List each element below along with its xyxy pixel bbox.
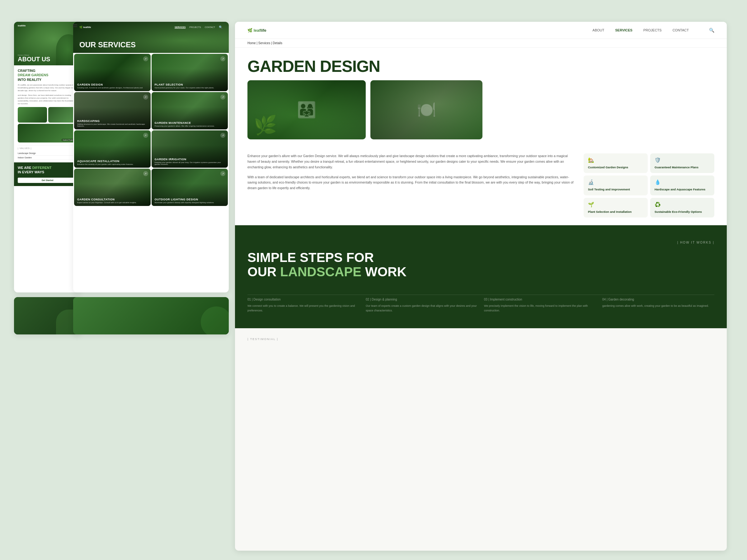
values-item-2: Indoor Garden 02 bbox=[18, 156, 77, 160]
hamburger-menu[interactable] bbox=[73, 24, 77, 27]
feature-icon-4: 💧 bbox=[654, 179, 710, 185]
garden-secondary-image: 🍽️ bbox=[370, 80, 483, 139]
crafting-title: CRAFTING DREAM GARDENS INTO REALITY bbox=[18, 69, 77, 82]
service-title-8: OUTDOOR LIGHTING DESIGN bbox=[155, 198, 225, 201]
service-card-consultation[interactable]: ↗ GARDEN CONSULTATION Expert advice at y… bbox=[74, 169, 151, 206]
feature-title-6: Sustainable Eco-Friendly Options bbox=[654, 210, 710, 214]
feature-icon-2: 🛡️ bbox=[654, 157, 710, 163]
garden-design-title: GARDEN DESIGN bbox=[248, 57, 714, 76]
step-desc-4: gardening comes alive with work, creatin… bbox=[602, 304, 714, 308]
different-section: WE ARE DIFFERENTIN EVERY WAYS Get Starte… bbox=[14, 162, 81, 186]
service-desc-3: Adding structure to your landscape. We c… bbox=[77, 123, 148, 127]
hiw-steps: 01 | Design consultation We connect with… bbox=[248, 292, 714, 313]
step-num-1: 01 | Design consultation bbox=[248, 298, 360, 301]
step-desc-1: We connect with you to create a balance.… bbox=[248, 304, 360, 313]
hiw-label: | HOW IT WORKS | bbox=[677, 241, 714, 244]
garden-body-2: With a team of dedicated landscape archi… bbox=[248, 175, 574, 191]
hiw-step-2: 02 | Design & planning Our team of exper… bbox=[366, 292, 478, 313]
arrow-icon-6: ↗ bbox=[221, 133, 225, 138]
garden-features-column: 🏡 Customized Garden Designs 🛡️ Guarantee… bbox=[584, 153, 714, 217]
gallery-img-3: Explore Projects bbox=[18, 124, 77, 142]
feature-title-4: Hardscape and Aquascape Features bbox=[654, 188, 710, 191]
about-body-1: At Leaflife, we are passionate about tra… bbox=[18, 84, 77, 92]
values-label-1: Landscape Design bbox=[18, 152, 36, 154]
hiw-step-3: 03 | Implement construction We precisely… bbox=[484, 292, 596, 313]
service-desc-6: Keeping your garden vibrant all year lon… bbox=[155, 161, 225, 165]
garden-text-column: Enhance your garden's allure with our Ga… bbox=[248, 153, 574, 217]
service-card-maintenance[interactable]: ↗ GARDEN MAINTENANCE Preserving your gar… bbox=[152, 92, 228, 129]
feature-title-3: Soil Testing and Improvement bbox=[588, 188, 643, 191]
service-card-garden-design[interactable]: ↗ GARDEN DESIGN Creating lush, functiona… bbox=[74, 54, 151, 91]
page-title-left: ABOUT US bbox=[18, 56, 50, 63]
service-card-irrigation[interactable]: ↗ GARDEN IRRIGATION Keeping your garden … bbox=[152, 130, 228, 168]
values-header: | VALUES | bbox=[18, 147, 77, 149]
logo-left: leaflife bbox=[18, 24, 26, 27]
service-desc-8: Illuminate your garden's beauty with exp… bbox=[155, 202, 225, 204]
garden-design-header: GARDEN DESIGN 👨‍👩‍👧 🍽️ bbox=[235, 48, 727, 145]
hero-image-about: leaflife Home | About ABOUT US bbox=[14, 22, 81, 65]
service-desc-2: Hand-picked greenery for your oasis. Our… bbox=[155, 87, 225, 89]
feature-card-5: 🌱 Plant Selection and Installation bbox=[584, 198, 648, 217]
different-title: WE ARE DIFFERENTIN EVERY WAYS bbox=[18, 165, 77, 175]
feature-icon-1: 🏡 bbox=[588, 157, 643, 163]
left-panel-about: leaflife Home | About ABOUT US CRAFTING … bbox=[14, 22, 81, 292]
service-desc-7: Expert advice at your fingertips. Consul… bbox=[77, 202, 148, 204]
service-card-plant-selection[interactable]: ↗ PLANT SELECTION Hand-picked greenery f… bbox=[152, 54, 228, 91]
feature-card-2: 🛡️ Guaranteed Maintenance Plans bbox=[650, 153, 714, 173]
get-started-button[interactable]: Get Started bbox=[18, 178, 77, 183]
nav-projects[interactable]: PROJECTS bbox=[189, 26, 201, 28]
services-hero-banner: 🌿 leaflife SERVICES PROJECTS CONTACT 🔍 H… bbox=[73, 22, 229, 53]
service-card-lighting[interactable]: ↗ OUTDOOR LIGHTING DESIGN Illuminate you… bbox=[152, 169, 228, 206]
feature-title-2: Guaranteed Maintenance Plans bbox=[654, 165, 710, 169]
gallery-img-2 bbox=[48, 107, 77, 123]
step-num-4: 04 | Garden decorating bbox=[602, 298, 714, 301]
hiw-step-4: 04 | Garden decorating gardening comes a… bbox=[602, 292, 714, 313]
feature-card-4: 💧 Hardscape and Aquascape Features bbox=[650, 176, 714, 195]
nav-services-right[interactable]: SERVICES bbox=[615, 28, 633, 32]
hiw-title: SIMPLE STEPS FOROUR LANDSCAPE WORK bbox=[248, 250, 714, 279]
service-title-6: GARDEN IRRIGATION bbox=[155, 158, 225, 161]
service-card-aquascape[interactable]: ↗ AQUASCAPE INSTALLATION Enhance the ser… bbox=[74, 130, 151, 168]
gallery-grid: Explore Projects bbox=[18, 107, 77, 142]
nav-projects-right[interactable]: PROJECTS bbox=[643, 28, 662, 32]
values-label-2: Indoor Garden bbox=[18, 157, 32, 159]
step-num-3: 03 | Implement construction bbox=[484, 298, 596, 301]
search-icon-middle[interactable]: 🔍 bbox=[219, 26, 223, 29]
service-card-hardscaping[interactable]: ↗ HARDSCAPING Adding structure to your l… bbox=[74, 92, 151, 129]
feature-icon-6: ♻️ bbox=[654, 202, 710, 208]
step-desc-2: Our team of experts create a custom gard… bbox=[366, 304, 478, 313]
feature-icon-5: 🌱 bbox=[588, 202, 643, 208]
feature-card-3: 🔬 Soil Testing and Improvement bbox=[584, 176, 648, 195]
arrow-icon-2: ↗ bbox=[221, 56, 225, 61]
logo-right: 🌿 leaflife bbox=[248, 28, 266, 33]
arrow-icon-7: ↗ bbox=[143, 171, 148, 176]
middle-panel-services: 🌿 leaflife SERVICES PROJECTS CONTACT 🔍 H… bbox=[73, 22, 229, 292]
features-grid: 🏡 Customized Garden Designs 🛡️ Guarantee… bbox=[584, 153, 714, 217]
garden-main-image: 👨‍👩‍👧 bbox=[248, 80, 366, 139]
service-title-5: AQUASCAPE INSTALLATION bbox=[77, 160, 148, 163]
nav-about-right[interactable]: ABOUT bbox=[593, 28, 604, 32]
services-nav: 🌿 leaflife SERVICES PROJECTS CONTACT 🔍 bbox=[79, 26, 223, 29]
nav-links-middle: SERVICES PROJECTS CONTACT 🔍 bbox=[175, 26, 223, 29]
right-panel-detail: 🌿 leaflife ABOUT SERVICES PROJECTS CONTA… bbox=[235, 22, 727, 551]
nav-services[interactable]: SERVICES bbox=[175, 26, 185, 28]
arrow-icon-8: ↗ bbox=[221, 171, 225, 176]
right-panel-nav: 🌿 leaflife ABOUT SERVICES PROJECTS CONTA… bbox=[235, 22, 727, 39]
testimonial-label: | TESTIMONIAL | bbox=[248, 338, 714, 341]
arrow-icon-4: ↗ bbox=[221, 95, 225, 100]
feature-title-5: Plant Selection and Installation bbox=[588, 210, 643, 214]
search-icon-right[interactable]: 🔍 bbox=[709, 28, 714, 33]
feature-card-6: ♻️ Sustainable Eco-Friendly Options bbox=[650, 198, 714, 217]
logo-middle: 🌿 leaflife bbox=[79, 26, 91, 29]
how-it-works-section: | HOW IT WORKS | SIMPLE STEPS FOROUR LAN… bbox=[235, 225, 727, 328]
arrow-icon-1: ↗ bbox=[143, 56, 148, 61]
about-body-2: and design. Since then, we have dedicate… bbox=[18, 94, 77, 105]
arrow-icon-5: ↗ bbox=[143, 133, 148, 138]
arrow-icon-3: ↗ bbox=[143, 95, 148, 100]
testimonial-section: | TESTIMONIAL | bbox=[235, 328, 727, 353]
nav-contact-right[interactable]: CONTACT bbox=[673, 28, 689, 32]
about-content: CRAFTING DREAM GARDENS INTO REALITY At L… bbox=[14, 65, 81, 186]
values-item-1: Landscape Design 01 bbox=[18, 151, 77, 156]
service-title-4: GARDEN MAINTENANCE bbox=[155, 121, 225, 125]
nav-contact-middle[interactable]: CONTACT bbox=[205, 26, 215, 28]
